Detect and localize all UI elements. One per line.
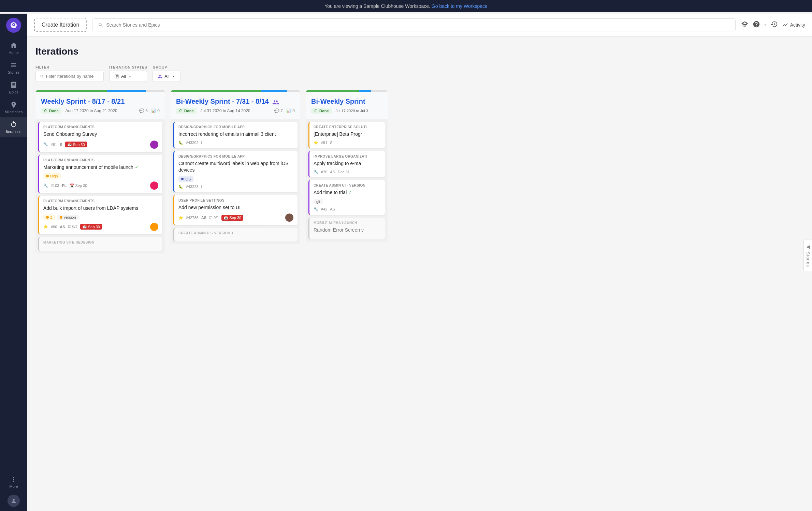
iteration-header-2: Bi-Weekly Sprint - 7/31 - 8/14 Done Jul … — [171, 92, 300, 119]
story-card-7[interactable]: USER PROFILE SETTINGS Add new permission… — [173, 195, 298, 225]
activity-label: Activity — [790, 22, 805, 28]
story-assignee-6: I — [201, 185, 202, 189]
tag-dot — [46, 175, 49, 177]
iteration-stats-1: 💬 6 📊 0 — [139, 108, 160, 113]
history-icon[interactable] — [770, 20, 778, 30]
story-footer-6: 🐛 #43223 I — [178, 185, 293, 189]
banner-link[interactable]: Go back to my Workspace — [432, 3, 488, 9]
story-card-1[interactable]: PLATFORM ENHANCEMENTS Send Onboarding Su… — [38, 122, 162, 152]
group-chevron-icon — [172, 74, 176, 78]
user-avatar[interactable] — [8, 495, 20, 507]
filter-bar: FILTER ITERATION STATES All GROUP — [35, 65, 804, 82]
story-card-3[interactable]: PLATFORM ENHANCEMENTS Add bulk import of… — [38, 196, 162, 234]
iteration-col-3: Bi-Weekly Sprint Done Jul 17 2020 to Jul… — [306, 90, 388, 242]
sidebar-item-more[interactable]: More — [8, 472, 20, 492]
story-card-8[interactable]: CREATE ADMIN UI - VERSION 1 — [173, 228, 298, 242]
iteration-header-3: Bi-Weekly Sprint Done Jul 17 2020 to Jul… — [306, 92, 388, 119]
story-card-6[interactable]: DESIGN/GRAPHICS FOR MOBILE APP Cannot cr… — [173, 151, 298, 192]
ios-dot — [181, 178, 184, 180]
filter-search-icon — [40, 74, 44, 78]
story-title-10: Apply tracking to e-ma — [314, 160, 381, 167]
story-section-4: MARKETING SITE REDESIGN — [43, 240, 158, 244]
assignee-10: AS — [330, 170, 335, 174]
graduate-cap-icon[interactable] — [741, 20, 749, 30]
story-title-5: Incorrect rendering of emails in airmail… — [178, 131, 293, 138]
iteration-title-1[interactable]: Weekly Sprint - 8/17 - 8/21 — [41, 98, 160, 105]
group-dropdown[interactable]: All — [153, 71, 180, 82]
create-iteration-button[interactable]: Create Iteration — [34, 18, 87, 32]
iteration-states-dropdown[interactable]: All — [109, 71, 147, 82]
sidebar-item-epics[interactable]: Epics — [0, 78, 27, 98]
progress-bar-1 — [35, 90, 165, 92]
avatar-2 — [150, 181, 158, 190]
sidebar-item-iterations[interactable]: Iterations — [0, 117, 27, 137]
date-range-2: Jul 31 2020 to Aug 14 2020 — [201, 108, 250, 113]
tag-high: High — [43, 173, 61, 179]
activity-icon — [782, 22, 788, 28]
story-section-3: PLATFORM ENHANCEMENTS — [43, 199, 158, 203]
search-bar — [92, 18, 736, 31]
sidebar: Home Stories Epics Milestones Iterations… — [0, 14, 27, 511]
story-title-12: Random Error Screen v — [314, 227, 381, 234]
status-badge-3: Done — [311, 108, 332, 114]
assignee-9: S — [330, 141, 332, 145]
story-card-5[interactable]: DESIGN/GRAPHICS FOR MOBILE APP Incorrect… — [173, 122, 298, 148]
story-tags-2: High — [43, 173, 158, 179]
story-card-10[interactable]: IMPROVE LARGE ORGANIZATI Apply tracking … — [308, 151, 385, 178]
iteration-title-2[interactable]: Bi-Weekly Sprint - 7/31 - 8/14 — [176, 98, 269, 105]
feature-icon-3: ⭐ — [43, 224, 48, 229]
story-id-5: #43202 — [186, 141, 199, 145]
story-assignee-1: S — [60, 143, 62, 147]
task-icon-10: 🔧 — [314, 170, 318, 174]
story-footer-11: 🔧 #42 AS — [314, 207, 381, 211]
story-date-2: 📅 Sep 30 — [70, 184, 87, 188]
iteration-states-value: All — [121, 74, 126, 79]
sidebar-item-milestones[interactable]: Milestones — [0, 98, 27, 117]
sidebar-label-iterations: Iterations — [6, 130, 21, 134]
story-footer-3: ⭐ #80 AS ☑ 0/2 📅 Sep 30 — [43, 223, 158, 231]
filter-input-wrapper — [35, 71, 104, 82]
avatar-7 — [285, 214, 293, 222]
story-id-11: #42 — [321, 207, 327, 211]
sidebar-logo[interactable] — [6, 18, 21, 33]
story-card-9[interactable]: CREATE ENTERPRISE SOLUTI [Enterprise] Be… — [308, 122, 385, 148]
story-card-12[interactable]: MOBILE ALPHA LAUNCH Random Error Screen … — [308, 218, 385, 240]
story-id-6: #43223 — [186, 185, 199, 189]
story-section-5: DESIGN/GRAPHICS FOR MOBILE APP — [178, 125, 293, 129]
story-card-11[interactable]: CREATE ADMIN UI - VERSION Add time to tr… — [308, 180, 385, 215]
story-title-6: Cannot create multiword labels in web ap… — [178, 160, 293, 174]
progress-done-3 — [306, 90, 359, 92]
checklist-7: ☑ 0/1 — [209, 216, 219, 220]
tag-1: 1 — [43, 215, 55, 220]
iteration-body-2: DESIGN/GRAPHICS FOR MOBILE APP Incorrect… — [171, 119, 300, 244]
done-icon — [44, 109, 48, 113]
story-assignee-3: AS — [60, 225, 65, 229]
story-footer-5: 🐛 #43202 I — [178, 141, 293, 145]
filter-iterations-input[interactable] — [46, 74, 94, 79]
question-icon[interactable] — [753, 20, 760, 30]
story-tags-3: 1 version — [43, 215, 158, 220]
done-icon-2 — [179, 109, 183, 113]
iteration-states-group: ITERATION STATES All — [109, 65, 147, 82]
check-11: ✓ — [348, 190, 352, 195]
story-assignee-2: PL — [62, 184, 67, 188]
sidebar-item-home[interactable]: Home — [0, 38, 27, 58]
header-actions: • Activity — [741, 20, 805, 30]
story-card-4[interactable]: MARKETING SITE REDESIGN — [38, 237, 162, 251]
story-date-7: 📅 Sep 30 — [221, 215, 243, 221]
search-input[interactable] — [106, 22, 730, 28]
sidebar-item-stories[interactable]: Stories — [0, 58, 27, 78]
task-icon-11: 🔧 — [314, 207, 318, 211]
activity-button[interactable]: Activity — [782, 22, 805, 28]
story-title-7: Add new permission set to UI — [178, 204, 293, 211]
completed-check-2: ✓ — [135, 164, 139, 170]
avatar-3 — [150, 223, 158, 231]
side-tab[interactable]: ◀ Stories — [803, 239, 812, 271]
group-value: All — [164, 74, 169, 79]
filter-group: FILTER — [35, 65, 104, 82]
story-section-1: PLATFORM ENHANCEMENTS — [43, 125, 158, 129]
iteration-title-3[interactable]: Bi-Weekly Sprint — [311, 98, 382, 105]
ios-tag: iOS — [178, 176, 193, 182]
story-card-2[interactable]: PLATFORM ENHANCEMENTS Marketing announce… — [38, 155, 162, 193]
story-section-9: CREATE ENTERPRISE SOLUTI — [314, 125, 381, 129]
